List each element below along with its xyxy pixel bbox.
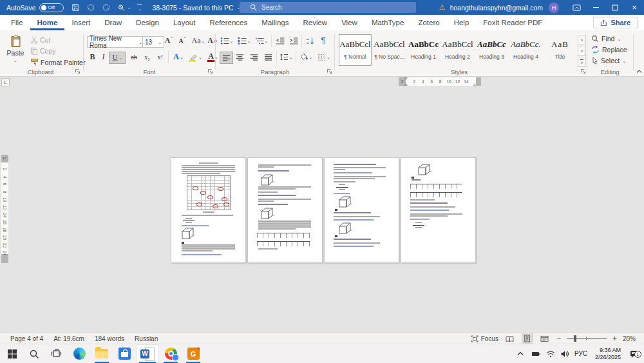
taskbar-word-button[interactable]: W bbox=[137, 344, 158, 363]
align-center-button[interactable] bbox=[234, 52, 246, 63]
ribbon-display-options-button[interactable] bbox=[567, 0, 586, 15]
select-button[interactable]: Select ⌄ bbox=[591, 57, 626, 64]
italic-button[interactable]: I bbox=[99, 52, 108, 63]
focus-mode-button[interactable]: Focus bbox=[471, 335, 498, 342]
zoom-slider[interactable] bbox=[567, 338, 607, 339]
superscript-button[interactable]: x² bbox=[155, 52, 166, 63]
bold-button[interactable]: B bbox=[88, 52, 97, 63]
tab-layout[interactable]: Layout bbox=[166, 15, 203, 30]
line-spacing-button[interactable]: ⌄ bbox=[279, 52, 294, 63]
read-mode-button[interactable] bbox=[504, 333, 516, 344]
taskbar-edge-button[interactable] bbox=[70, 344, 89, 363]
sort-button[interactable] bbox=[304, 35, 316, 46]
style-heading-2[interactable]: AaBbCclHeading 2 bbox=[442, 35, 473, 65]
shrink-font-button[interactable]: Aˇ bbox=[176, 35, 188, 46]
font-color-button[interactable]: A ⌄ bbox=[206, 52, 220, 63]
style-no-spac[interactable]: AaBbCcl¶ No Spac... bbox=[374, 35, 405, 65]
show-hide-pilcrow-button[interactable]: ¶ bbox=[319, 35, 328, 46]
save-button[interactable] bbox=[71, 3, 80, 12]
numbering-button[interactable]: ⌄ bbox=[237, 35, 251, 46]
multilevel-list-button[interactable]: ⌄ bbox=[254, 35, 269, 46]
highlight-button[interactable]: ⌄ bbox=[188, 52, 204, 63]
qat-customize-button[interactable]: ⌄ bbox=[137, 5, 142, 11]
maximize-button[interactable] bbox=[605, 0, 625, 15]
web-layout-button[interactable] bbox=[539, 333, 551, 344]
cut-button[interactable]: Cut bbox=[30, 36, 50, 44]
grow-font-button[interactable]: Aˆ bbox=[163, 35, 175, 46]
word-count[interactable]: 184 words bbox=[95, 335, 124, 342]
tab-mathtype[interactable]: MathType bbox=[365, 15, 412, 30]
shading-button[interactable]: ⌄ bbox=[298, 52, 314, 63]
volume-indicator[interactable] bbox=[558, 344, 571, 363]
justify-button[interactable] bbox=[262, 52, 274, 63]
borders-button[interactable]: ⌄ bbox=[316, 52, 332, 63]
start-button[interactable] bbox=[3, 344, 22, 363]
font-size-combo[interactable]: 13 ⌄ bbox=[142, 36, 164, 48]
touch-mode-button[interactable]: ⌄ bbox=[117, 4, 131, 12]
increase-indent-button[interactable] bbox=[288, 35, 299, 46]
battery-indicator[interactable] bbox=[529, 344, 542, 363]
align-right-button[interactable] bbox=[248, 52, 260, 63]
tab-mailings[interactable]: Mailings bbox=[254, 15, 296, 30]
action-center-button[interactable]: 1 bbox=[626, 344, 641, 363]
vertical-ruler[interactable]: 2 24681012141618202224 bbox=[1, 155, 8, 263]
language-indicator[interactable]: Russian bbox=[135, 335, 158, 342]
taskbar-foxit-button[interactable]: G bbox=[184, 344, 203, 363]
style-title[interactable]: AaBTitle bbox=[544, 35, 576, 65]
horizontal-ruler[interactable]: 2 2468101214 bbox=[399, 77, 481, 86]
subscript-button[interactable]: x₂ bbox=[142, 52, 153, 63]
page-thumbnail-1[interactable] bbox=[171, 157, 246, 263]
taskbar-chrome-button[interactable] bbox=[161, 344, 180, 363]
tab-help[interactable]: Help bbox=[447, 15, 477, 30]
zoom-in-button[interactable]: + bbox=[612, 334, 617, 343]
tab-review[interactable]: Review bbox=[296, 15, 334, 30]
copy-button[interactable]: Copy bbox=[30, 47, 56, 55]
style-heading-4[interactable]: AaBbCc.Heading 4 bbox=[510, 35, 542, 65]
close-button[interactable]: × bbox=[625, 0, 644, 15]
search-box[interactable]: Search bbox=[240, 2, 416, 13]
font-name-combo[interactable]: Times New Roma ⌄ bbox=[87, 36, 145, 48]
decrease-indent-button[interactable] bbox=[274, 35, 285, 46]
styles-dialog-launcher[interactable] bbox=[580, 68, 586, 74]
task-view-button[interactable] bbox=[46, 344, 66, 363]
taskbar-store-button[interactable] bbox=[115, 344, 134, 363]
bullets-button[interactable]: ⌄ bbox=[220, 35, 234, 46]
page-thumbnail-3[interactable] bbox=[324, 157, 399, 263]
tab-file[interactable]: File bbox=[4, 15, 30, 30]
style-normal[interactable]: AaBbCcl¶ Normal bbox=[339, 34, 372, 66]
redo-button[interactable] bbox=[102, 4, 111, 12]
taskbar-search-button[interactable] bbox=[24, 344, 44, 363]
network-indicator[interactable] bbox=[544, 344, 557, 363]
change-case-button[interactable]: Aa⌄ bbox=[191, 35, 206, 46]
document-title[interactable]: 38-3075 - Saved to this PC ⌄ bbox=[152, 4, 240, 12]
styles-more-button[interactable]: ˅ bbox=[578, 57, 586, 67]
replace-button[interactable]: Replace bbox=[591, 46, 627, 54]
strikethrough-button[interactable]: ab bbox=[128, 52, 140, 63]
tab-draw[interactable]: Draw bbox=[97, 15, 129, 30]
tab-stop-selector[interactable]: L bbox=[1, 78, 10, 86]
font-dialog-launcher[interactable] bbox=[207, 68, 213, 74]
page-indicator[interactable]: Page 4 of 4 bbox=[10, 335, 43, 342]
share-button[interactable]: Share bbox=[593, 17, 638, 28]
tab-zotero[interactable]: Zotero bbox=[411, 15, 446, 30]
tab-design[interactable]: Design bbox=[129, 15, 166, 30]
align-left-button[interactable] bbox=[220, 52, 233, 64]
tab-foxit-reader-pdf[interactable]: Foxit Reader PDF bbox=[476, 15, 549, 30]
print-layout-button[interactable] bbox=[522, 333, 533, 344]
account-email[interactable]: hoangthulanspyhn@gmail.com bbox=[450, 4, 543, 12]
zoom-out-button[interactable]: − bbox=[556, 334, 561, 343]
document-area[interactable]: L 2 2468101214 2 24681012141618202224 bbox=[0, 77, 644, 332]
format-painter-button[interactable]: Format Painter bbox=[30, 58, 85, 66]
paste-button[interactable]: Paste ⌄ bbox=[4, 35, 27, 63]
minimize-button[interactable] bbox=[586, 0, 605, 15]
avatar[interactable]: H bbox=[549, 3, 559, 13]
page-thumbnail-2[interactable] bbox=[247, 157, 323, 263]
styles-scroll-up-button[interactable]: ˄ bbox=[578, 35, 586, 45]
style-heading-1[interactable]: AaBbCcHeading 1 bbox=[408, 35, 439, 65]
tab-view[interactable]: View bbox=[334, 15, 365, 30]
hanging-indent-marker[interactable] bbox=[404, 81, 408, 86]
zoom-slider-thumb[interactable] bbox=[574, 335, 576, 342]
undo-button[interactable] bbox=[86, 4, 95, 12]
show-hidden-icons-button[interactable] bbox=[514, 344, 527, 363]
style-heading-3[interactable]: AaBbCcHeading 3 bbox=[476, 35, 507, 65]
